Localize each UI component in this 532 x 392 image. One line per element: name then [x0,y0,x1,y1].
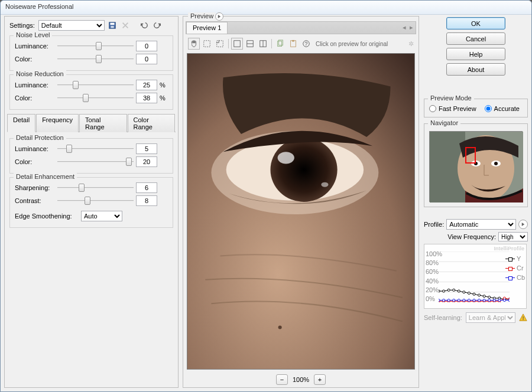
accurate-radio[interactable]: Accurate [485,105,520,112]
zoom-in-button[interactable]: + [314,374,326,385]
legend-y: Y [505,255,525,262]
zoom-out-button[interactable]: − [276,374,288,385]
detail-enhancement-group: Detail Enhancement Sharpening: Contrast: [9,177,173,228]
tab-color-range[interactable]: Color Range [128,114,175,132]
self-learning-select[interactable]: Learn & Apply [466,312,515,323]
de-edge-select[interactable]: Auto [81,211,122,221]
svg-point-46 [478,294,481,296]
svg-point-43 [463,291,465,293]
svg-point-78 [488,299,491,302]
svg-rect-5 [217,41,223,47]
dp-color-input[interactable] [136,156,157,167]
tab-detail[interactable]: Detail [7,114,35,132]
de-edge-label: Edge Smoothening: [15,213,79,220]
svg-point-39 [443,290,445,292]
de-sharpening-input[interactable] [136,182,157,193]
navigator-thumbnail[interactable] [429,131,523,202]
svg-rect-2 [111,26,113,28]
view-single-icon[interactable] [231,38,243,50]
app-window: Noiseware Professional Settings: Default [0,0,532,392]
de-sharpening-label: Sharpening: [15,184,55,191]
svg-point-45 [473,293,475,295]
nl-color-slider[interactable] [57,54,134,64]
nr-luminance-slider[interactable] [57,80,134,90]
de-contrast-label: Contrast: [15,197,55,204]
redo-icon[interactable] [152,20,163,31]
de-sharpening-slider[interactable] [57,182,134,193]
settings-select[interactable]: Default [38,20,105,31]
tab-frequency[interactable]: Frequency [36,114,79,132]
cancel-button[interactable]: Cancel [446,32,505,45]
svg-rect-6 [234,41,241,47]
noise-level-group: Noise Level Luminance: Color: [9,35,173,71]
noise-level-title: Noise Level [14,31,52,38]
nr-color-input[interactable] [136,93,157,103]
detail-tabs: Detail Frequency Tonal Range Color Range [7,113,176,132]
view-split-h-icon[interactable] [244,38,256,50]
svg-rect-14 [292,40,294,42]
loading-spinner-icon: ✲ [408,40,414,48]
navigator-viewport-rect[interactable] [465,147,476,164]
save-settings-icon[interactable] [107,20,118,31]
svg-point-77 [483,299,485,302]
view-split-v-icon[interactable] [257,38,269,50]
undo-icon[interactable] [139,20,150,31]
profile-select[interactable]: Automatic [446,219,516,230]
nr-color-slider[interactable] [57,93,134,103]
crop-tool-icon[interactable] [214,38,226,50]
svg-point-79 [493,299,495,302]
dp-luminance-label: Luminance: [15,145,55,152]
noise-reduction-title: Noise Reduction [14,70,66,77]
preview-toolbar: ? Click on preview for original ✲ [186,37,416,51]
navigator-group: Navigator [424,123,528,207]
view-frequency-label: View Frequency: [447,233,496,240]
settings-label: Settings: [9,22,35,29]
preview-image[interactable] [187,53,415,370]
svg-point-21 [278,152,294,164]
svg-point-69 [443,299,445,302]
paste-icon[interactable] [287,38,299,50]
help-tool-icon[interactable]: ? [300,38,312,50]
nl-luminance-input[interactable] [136,41,157,51]
preview-tab-1[interactable]: Preview 1 [186,22,228,34]
zoom-level: 100% [293,376,309,383]
about-button[interactable]: About [446,63,505,76]
svg-point-82 [508,299,510,302]
svg-point-81 [503,299,505,302]
nr-luminance-input[interactable] [136,80,157,90]
de-contrast-slider[interactable] [57,195,134,206]
profile-play-icon[interactable] [518,220,528,229]
nl-luminance-label: Luminance: [15,43,55,50]
preview-mode-group: Preview Mode Fast Preview Accurate [424,99,528,117]
hand-tool-icon[interactable] [188,38,200,50]
self-learning-label: Self-learning: [424,314,462,321]
dp-color-slider[interactable] [57,156,134,167]
svg-point-40 [447,289,450,291]
svg-point-80 [498,299,501,302]
nl-luminance-slider[interactable] [57,41,134,51]
svg-point-20 [270,138,337,202]
legend-cr: Cr [505,264,525,272]
svg-point-23 [278,325,282,329]
help-button[interactable]: Help [446,48,505,60]
nl-color-input[interactable] [136,54,157,64]
ok-button[interactable]: OK [446,17,505,30]
detail-protection-group: Detail Protection Luminance: Color: [9,138,173,174]
nr-luminance-label: Luminance: [15,81,55,89]
svg-point-22 [321,182,328,187]
prev-tab-right-icon[interactable]: ▸ [410,24,413,31]
svg-point-73 [463,299,465,302]
nr-color-label: Color: [15,94,55,102]
detail-protection-title: Detail Protection [14,134,66,141]
prev-tab-left-icon[interactable]: ◂ [403,24,406,31]
view-frequency-select[interactable]: High [498,232,528,241]
svg-point-70 [447,299,450,302]
de-contrast-input[interactable] [136,195,157,206]
marquee-tool-icon[interactable] [201,38,213,50]
tab-tonal-range[interactable]: Tonal Range [79,114,126,132]
dp-luminance-slider[interactable] [57,143,134,154]
copy-icon[interactable] [274,38,286,50]
svg-point-75 [473,299,475,302]
dp-luminance-input[interactable] [136,143,157,154]
fast-preview-radio[interactable]: Fast Preview [429,105,476,112]
